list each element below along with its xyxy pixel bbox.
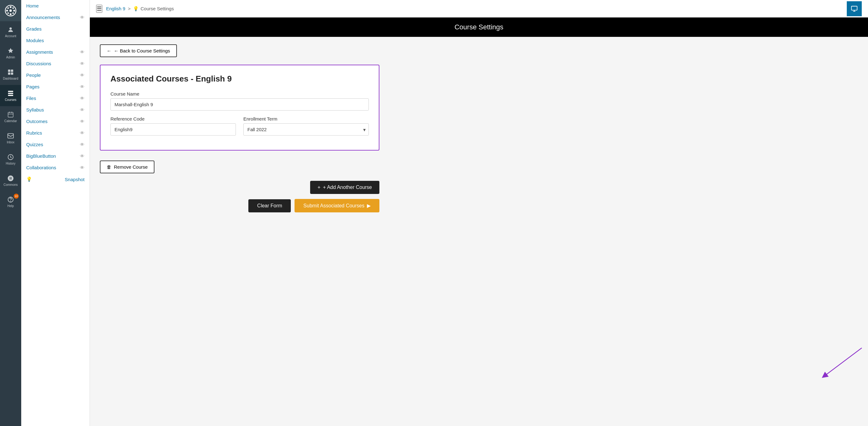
svg-rect-11 xyxy=(8,69,10,72)
eye-icon-people: 👁 xyxy=(80,73,85,78)
sidebar-item-rubrics[interactable]: Rubrics 👁 xyxy=(21,127,90,139)
top-right-button[interactable] xyxy=(847,1,862,16)
sidebar-label-syllabus: Syllabus xyxy=(26,107,44,112)
reference-code-label: Reference Code xyxy=(111,116,236,121)
remove-course-label: Remove Course xyxy=(114,164,148,170)
sidebar-item-bigbluebutton[interactable]: BigBlueButton 👁 xyxy=(21,150,90,162)
sidebar-item-home[interactable]: Home xyxy=(21,0,90,11)
eye-icon-rubrics: 👁 xyxy=(80,130,85,136)
svg-point-3 xyxy=(10,13,11,15)
page-header-title: Course Settings xyxy=(455,23,503,31)
sidebar-item-modules[interactable]: Modules xyxy=(21,35,90,46)
sidebar-item-pages[interactable]: Pages 👁 xyxy=(21,81,90,92)
nav-label-calendar: Calendar xyxy=(4,119,17,123)
svg-point-7 xyxy=(12,12,14,14)
submit-associated-courses-button[interactable]: Submit Associated Courses ▶ xyxy=(294,199,379,212)
bottom-actions-row: Clear Form Submit Associated Courses ▶ xyxy=(100,199,379,212)
sidebar-item-syllabus[interactable]: Syllabus 👁 xyxy=(21,104,90,116)
main-content: ☰ English 9 > 💡 Course Settings Course S… xyxy=(90,0,868,426)
enrollment-term-label: Enrollment Term xyxy=(243,116,369,121)
svg-rect-18 xyxy=(8,112,13,117)
associated-courses-form: Associated Courses - English 9 Course Na… xyxy=(100,65,379,150)
svg-rect-13 xyxy=(8,72,10,74)
add-another-course-button[interactable]: + + Add Another Course xyxy=(310,181,379,194)
nav-label-history: History xyxy=(6,162,15,165)
course-name-label: Course Name xyxy=(111,91,369,96)
svg-point-4 xyxy=(6,10,8,11)
svg-point-2 xyxy=(10,6,11,8)
svg-point-10 xyxy=(9,27,11,29)
sidebar-item-discussions[interactable]: Discussions 👁 xyxy=(21,58,90,69)
clear-form-button[interactable]: Clear Form xyxy=(248,199,291,212)
svg-point-6 xyxy=(7,7,9,9)
remove-course-button[interactable]: 🗑 Remove Course xyxy=(100,161,154,173)
breadcrumb-current-text: Course Settings xyxy=(141,6,174,11)
svg-rect-22 xyxy=(8,133,13,138)
breadcrumb-separator: > xyxy=(128,6,131,11)
page-area: Course Settings ← ← Back to Course Setti… xyxy=(90,18,868,426)
sidebar-label-outcomes: Outcomes xyxy=(26,119,48,124)
eye-icon-outcomes: 👁 xyxy=(80,119,85,124)
nav-item-calendar[interactable]: Calendar xyxy=(0,106,21,127)
nav-item-inbox[interactable]: Inbox xyxy=(0,127,21,149)
sidebar-label-discussions: Discussions xyxy=(26,61,51,66)
eye-icon-syllabus: 👁 xyxy=(80,107,85,112)
sidebar-label-bigbluebutton: BigBlueButton xyxy=(26,153,56,159)
sidebar-label-files: Files xyxy=(26,95,36,101)
breadcrumb-course-link[interactable]: English 9 xyxy=(106,6,125,11)
enrollment-term-select-wrapper: Fall 2022 Spring 2023 Summer 2023 ▾ xyxy=(243,123,369,136)
content-wrapper: ← ← Back to Course Settings Associated C… xyxy=(90,37,390,220)
enrollment-term-select[interactable]: Fall 2022 Spring 2023 Summer 2023 xyxy=(243,123,369,136)
nav-label-courses: Courses xyxy=(5,98,16,102)
eye-icon-discussions: 👁 xyxy=(80,61,85,66)
nav-item-courses[interactable]: Courses xyxy=(0,85,21,106)
svg-rect-14 xyxy=(11,72,13,74)
sidebar-item-collaborations[interactable]: Collaborations 👁 xyxy=(21,162,90,173)
sidebar-item-files[interactable]: Files 👁 xyxy=(21,92,90,104)
back-to-settings-button[interactable]: ← ← Back to Course Settings xyxy=(100,44,177,57)
svg-point-1 xyxy=(9,9,12,12)
sidebar-item-people[interactable]: People 👁 xyxy=(21,69,90,81)
help-badge: 10 xyxy=(14,194,19,199)
ref-code-enrollment-row: Reference Code Enrollment Term Fall 2022… xyxy=(111,116,369,141)
sidebar-label-quizzes: Quizzes xyxy=(26,142,43,147)
sidebar-item-assignments[interactable]: Assignments 👁 xyxy=(21,46,90,58)
svg-rect-12 xyxy=(11,69,13,72)
back-button-label: ← Back to Course Settings xyxy=(114,48,170,53)
reference-code-field: Reference Code xyxy=(111,116,236,136)
sidebar-item-snapshot[interactable]: 💡 Snapshot xyxy=(21,173,90,185)
sidebar-label-assignments: Assignments xyxy=(26,49,53,55)
nav-item-account[interactable]: Account xyxy=(0,21,21,42)
hamburger-button[interactable]: ☰ xyxy=(96,5,102,13)
svg-rect-16 xyxy=(8,93,13,94)
sidebar-item-announcements[interactable]: Announcements 👁 xyxy=(21,11,90,23)
reference-code-input[interactable] xyxy=(111,123,236,136)
svg-point-9 xyxy=(7,12,9,14)
sidebar-item-grades[interactable]: Grades xyxy=(21,23,90,35)
nav-item-help[interactable]: Help 10 xyxy=(0,191,21,212)
nav-label-admin: Admin xyxy=(6,56,15,59)
nav-item-admin[interactable]: Admin xyxy=(0,42,21,64)
svg-point-25 xyxy=(10,201,11,201)
add-another-row: + + Add Another Course xyxy=(100,181,379,194)
sidebar-label-people: People xyxy=(26,73,41,78)
svg-rect-17 xyxy=(8,95,13,96)
nav-item-commons[interactable]: Commons xyxy=(0,170,21,191)
app-logo[interactable] xyxy=(0,0,21,21)
breadcrumb-current: 💡 Course Settings xyxy=(133,6,174,11)
clear-form-label: Clear Form xyxy=(257,203,282,208)
course-name-field: Course Name xyxy=(111,91,369,111)
course-name-input[interactable] xyxy=(111,98,369,111)
arrow-right-icon: ▶ xyxy=(367,203,371,209)
sidebar-item-quizzes[interactable]: Quizzes 👁 xyxy=(21,139,90,150)
sidebar-label-announcements: Announcements xyxy=(26,15,60,20)
nav-label-dashboard: Dashboard xyxy=(3,77,19,80)
nav-label-help: Help xyxy=(7,204,14,208)
nav-item-history[interactable]: History xyxy=(0,149,21,170)
nav-label-inbox: Inbox xyxy=(7,141,14,144)
snapshot-icon: 💡 xyxy=(26,176,32,182)
svg-point-5 xyxy=(13,10,15,11)
nav-item-dashboard[interactable]: Dashboard xyxy=(0,64,21,85)
sidebar-item-outcomes[interactable]: Outcomes 👁 xyxy=(21,116,90,127)
plus-icon: + xyxy=(318,184,320,190)
